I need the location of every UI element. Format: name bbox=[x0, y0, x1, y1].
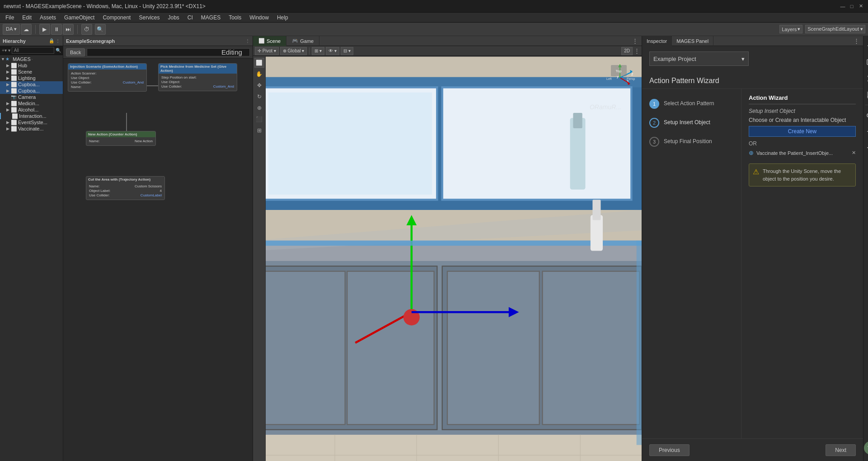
home-icon-button[interactable] bbox=[863, 39, 868, 53]
previous-button[interactable]: Previous bbox=[649, 444, 690, 456]
hierarchy-filter-icon[interactable]: 🔍 bbox=[56, 48, 61, 53]
vis-button[interactable]: 👁 ▾ bbox=[326, 47, 339, 55]
hierarchy-search-icon[interactable]: ▾ bbox=[8, 48, 10, 53]
snap-button[interactable]: ⊟ ▾ bbox=[341, 47, 353, 55]
hub-label: Hub bbox=[18, 63, 27, 68]
tab-game[interactable]: 🎮 Game bbox=[286, 36, 319, 46]
h-item-scene[interactable]: ▶ ⬜ Scene bbox=[0, 69, 63, 75]
gear-icon-button-2[interactable] bbox=[863, 140, 868, 155]
chart-icon-button[interactable] bbox=[863, 88, 868, 102]
maximize-button[interactable]: □ bbox=[848, 3, 855, 10]
search-button[interactable]: 🔍 bbox=[95, 24, 106, 35]
menu-item-assets[interactable]: Assets bbox=[36, 14, 60, 22]
vp-toolbar-more[interactable]: ⋮ bbox=[634, 47, 640, 54]
vp-select-tool[interactable]: ⬜ bbox=[254, 58, 264, 68]
h-item-alcohol[interactable]: ▶ ⬜ Alcohol... bbox=[0, 107, 63, 113]
example-project-dropdown[interactable]: Example Project ▾ bbox=[649, 51, 749, 66]
h-item-cupboard2[interactable]: ▶ ⬜ Cupboa... bbox=[0, 88, 63, 94]
camera-label: Camera bbox=[18, 94, 36, 100]
lighting-arrow: ▶ bbox=[6, 76, 11, 80]
hierarchy-search-bar: +▾ ▾ All 🔍 bbox=[0, 46, 63, 55]
sg-menu-icon[interactable]: ⋮ bbox=[245, 38, 250, 43]
window-controls[interactable]: — □ ✕ bbox=[839, 3, 864, 10]
step-3[interactable]: 3 Setup Final Position bbox=[642, 132, 741, 151]
pivot-button[interactable]: ✛ Pivot ▾ bbox=[255, 47, 279, 55]
menu-item-tools[interactable]: Tools bbox=[225, 14, 245, 22]
sg-node-3[interactable]: New Action (Counter Action) Name:New Act… bbox=[86, 131, 156, 146]
display-icon-button[interactable] bbox=[863, 55, 868, 70]
sg-canvas[interactable]: Injection Scenario (SomeAction Action) A… bbox=[63, 59, 253, 461]
menu-item-file[interactable]: File bbox=[2, 14, 18, 22]
menu-item-ci[interactable]: CI bbox=[184, 14, 197, 22]
svg-rect-37 bbox=[592, 200, 601, 220]
medicine-label: Medicin... bbox=[18, 101, 39, 106]
wizard-object-item[interactable]: ⊕ Vaccinate the Patient_InsertObje... ✕ bbox=[749, 149, 856, 156]
next-button[interactable]: Next bbox=[826, 444, 856, 456]
wizard-choose-label: Choose or Create an Interactable Object bbox=[749, 117, 856, 123]
mode-2d-button[interactable]: 2D bbox=[621, 47, 633, 55]
layout-dropdown[interactable]: SceneGraphEditLayout ▾ bbox=[805, 25, 865, 33]
h-item-medicine[interactable]: ▶ ⬜ Medicin... bbox=[0, 100, 63, 107]
vp-more-button[interactable]: ⋮ bbox=[629, 37, 642, 44]
menu-item-edit[interactable]: Edit bbox=[19, 14, 35, 22]
sg-search-input[interactable] bbox=[87, 48, 250, 56]
da-button[interactable]: DA ▾ bbox=[3, 24, 20, 35]
vp-rect-tool[interactable]: ⬛ bbox=[254, 114, 264, 124]
grid-button[interactable]: ⊞ ▾ bbox=[312, 47, 324, 55]
h-item-eventsystem[interactable]: ▶ ⬜ EventSyste... bbox=[0, 119, 63, 126]
step-2[interactable]: 2 Setup Insert Object bbox=[642, 113, 741, 132]
vaccinate-arrow: ▶ bbox=[6, 126, 11, 131]
close-button[interactable]: ✕ bbox=[857, 3, 864, 10]
user-avatar-button[interactable]: TT bbox=[864, 441, 868, 455]
cloud-button[interactable]: ☁ bbox=[21, 24, 32, 35]
sg-node-2[interactable]: Pick Medicine from Medicine Set (Give Ac… bbox=[158, 63, 237, 91]
svg-text:Persp: Persp bbox=[627, 77, 635, 81]
hierarchy-search-input[interactable]: All bbox=[12, 47, 54, 54]
pause-button[interactable]: ⏸ bbox=[51, 24, 62, 35]
sg-node-1[interactable]: Injection Scenario (SomeAction Action) A… bbox=[68, 63, 147, 92]
menu-item-services[interactable]: Services bbox=[135, 14, 163, 22]
vp-move2-tool[interactable]: ✥ bbox=[254, 80, 264, 90]
menu-item-window[interactable]: Window bbox=[246, 14, 272, 22]
hierarchy-add-icon[interactable]: +▾ bbox=[2, 48, 7, 53]
hierarchy-menu-icon[interactable]: ⋮ bbox=[56, 38, 60, 43]
minimize-button[interactable]: — bbox=[839, 3, 846, 10]
menu-item-gameobject[interactable]: GameObject bbox=[61, 14, 98, 22]
menu-item-jobs[interactable]: Jobs bbox=[164, 14, 183, 22]
create-new-button[interactable]: Create New bbox=[749, 126, 856, 137]
gear-icon-button-1[interactable] bbox=[863, 124, 868, 139]
h-item-hub[interactable]: ▶ ⬜ Hub bbox=[0, 62, 63, 69]
layers-dropdown[interactable]: Layers ▾ bbox=[779, 25, 802, 33]
right-more-button[interactable]: ⋮ bbox=[850, 37, 863, 44]
h-item-lighting[interactable]: ▶ ⬜ Lighting bbox=[0, 75, 63, 81]
h-item-interaction[interactable]: ⬜ Interaction... bbox=[0, 113, 63, 119]
play-button[interactable]: ▶ bbox=[39, 24, 50, 35]
global-button[interactable]: ⊕ Global ▾ bbox=[280, 47, 307, 55]
menu-item-help[interactable]: Help bbox=[273, 14, 292, 22]
vp-rotate-tool[interactable]: ↻ bbox=[254, 92, 264, 102]
step-1[interactable]: 1 Select Action Pattern bbox=[642, 94, 741, 113]
vr-icon-button[interactable] bbox=[863, 108, 868, 122]
h-item-camera[interactable]: 📷 Camera bbox=[0, 94, 63, 100]
vp-scale-tool[interactable]: ⊕ bbox=[254, 103, 264, 113]
vp-content[interactable]: y x z Top Left Persp bbox=[253, 56, 642, 461]
vp-transform-tool[interactable]: ⊞ bbox=[254, 126, 264, 135]
tab-mages-panel[interactable]: MAGES Panel bbox=[672, 36, 713, 46]
tab-scene[interactable]: ⬜ Scene bbox=[253, 36, 286, 46]
tab-inspector[interactable]: Inspector bbox=[642, 36, 672, 46]
menu-item-mages[interactable]: MAGES bbox=[197, 14, 224, 22]
h-item-cupboard1[interactable]: ▶ ⬜ Cupboa... bbox=[0, 81, 63, 88]
h-item-mages[interactable]: ▼ ★ MAGES · bbox=[0, 56, 63, 62]
alcohol-label: Alcohol... bbox=[18, 107, 38, 112]
vp-move-tool[interactable]: ✋ bbox=[254, 69, 264, 79]
step-button[interactable]: ⏭ bbox=[63, 24, 74, 35]
object-item-close[interactable]: ✕ bbox=[852, 150, 856, 156]
sg-back-button[interactable]: Back bbox=[66, 48, 85, 56]
connect-icon-button[interactable] bbox=[863, 71, 868, 86]
sg-node-4[interactable]: Cut the Area with (Trajectory Action) Na… bbox=[86, 176, 165, 200]
svg-text:z: z bbox=[631, 72, 633, 76]
history-button[interactable]: ⏱ bbox=[81, 24, 92, 35]
h-item-vaccinate[interactable]: ▶ ⬜ Vaccinate... bbox=[0, 126, 63, 132]
menu-item-component[interactable]: Component bbox=[99, 14, 134, 22]
hierarchy-lock-icon[interactable]: 🔒 bbox=[49, 38, 54, 43]
